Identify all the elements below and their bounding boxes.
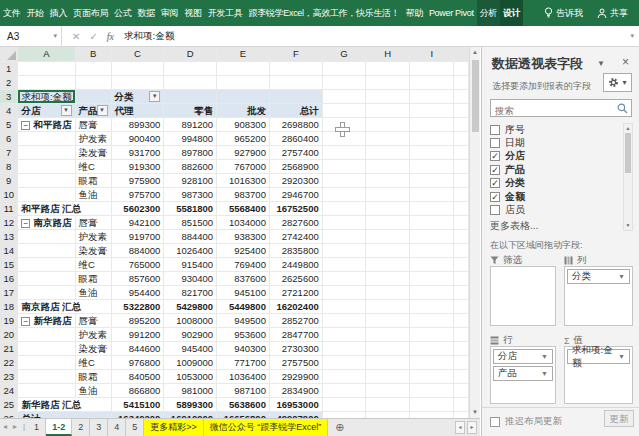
columns-area-box[interactable]: 分类▼	[564, 266, 633, 326]
filter-dropdown-icon[interactable]: ▼	[61, 105, 72, 116]
grid-cell[interactable]	[18, 75, 75, 89]
grid-cell[interactable]	[454, 397, 469, 411]
rows-area-box[interactable]: 分店▼产品▼	[490, 346, 556, 404]
grid-cell[interactable]: 940300	[217, 341, 270, 355]
grid-cell[interactable]: 护发素	[75, 327, 111, 341]
grid-cell[interactable]: 鱼油	[75, 187, 111, 201]
row-header-6[interactable]: 6	[0, 131, 18, 145]
grid-cell[interactable]	[322, 159, 365, 173]
grid-cell[interactable]	[18, 131, 75, 145]
grid-cell[interactable]: 2827600	[269, 215, 322, 229]
grid-cell[interactable]	[322, 397, 365, 411]
grid-cell[interactable]: 和平路店 汇总	[18, 201, 111, 215]
grid-cell[interactable]	[366, 61, 410, 75]
grid-cell[interactable]	[366, 159, 410, 173]
grid-cell[interactable]	[366, 89, 410, 103]
grid-cell[interactable]: 16656800	[217, 411, 270, 418]
list-scrollbar-thumb[interactable]	[625, 133, 631, 173]
scrollbar-thumb[interactable]	[472, 60, 479, 132]
field-checkbox[interactable]	[490, 138, 500, 148]
chip-dropdown-icon[interactable]: ▼	[618, 353, 625, 360]
grid-cell[interactable]: 1053000	[164, 369, 217, 383]
grid-cell[interactable]	[322, 131, 365, 145]
cancel-icon[interactable]: ✕	[72, 31, 80, 42]
grid-cell[interactable]	[322, 285, 365, 299]
grid-cell[interactable]: 857600	[111, 271, 164, 285]
grid-cell[interactable]	[75, 75, 111, 89]
grid-cell[interactable]: 鱼油	[75, 383, 111, 397]
grid-cell[interactable]: 唇膏	[75, 313, 111, 327]
grid-cell[interactable]	[322, 145, 365, 159]
grid-cell[interactable]	[366, 215, 410, 229]
column-header-G[interactable]: G	[322, 47, 365, 61]
grid-cell[interactable]	[410, 187, 454, 201]
field-item[interactable]: ✓产品	[490, 163, 622, 176]
grid-cell[interactable]: 5638600	[217, 397, 270, 411]
tools-button[interactable]: ▾	[603, 73, 632, 92]
grid-cell[interactable]: 2757400	[269, 145, 322, 159]
collapse-icon[interactable]: −	[21, 121, 30, 130]
grid-cell[interactable]	[366, 187, 410, 201]
grid-cell[interactable]	[410, 103, 454, 117]
grid-cell[interactable]	[454, 103, 469, 117]
grid-cell[interactable]	[454, 229, 469, 243]
grid-cell[interactable]: 2847700	[269, 327, 322, 341]
grid-cell[interactable]	[366, 327, 410, 341]
formula-input[interactable]: 求和项:金额	[124, 30, 630, 43]
grid-cell[interactable]: 925400	[217, 243, 270, 257]
row-header-10[interactable]: 10	[0, 187, 18, 201]
grid-cell[interactable]: 975700	[111, 187, 164, 201]
grid-cell[interactable]	[366, 117, 410, 131]
grid-cell[interactable]: 919700	[111, 229, 164, 243]
name-box-dropdown-icon[interactable]: ▾	[53, 32, 61, 40]
grid-cell[interactable]: 927900	[217, 145, 270, 159]
grid-cell[interactable]	[410, 369, 454, 383]
grid-cell[interactable]	[322, 61, 365, 75]
grid-cell[interactable]	[454, 271, 469, 285]
grid-cell[interactable]: 5568400	[217, 201, 270, 215]
grid-cell[interactable]	[164, 61, 217, 75]
ribbon-tab[interactable]: 数据	[134, 0, 157, 26]
field-item[interactable]: ✓金额	[490, 190, 622, 203]
grid-cell[interactable]: 991200	[111, 327, 164, 341]
collapse-icon[interactable]: −	[21, 219, 30, 228]
row-header-16[interactable]: 16	[0, 271, 18, 285]
ribbon-tab[interactable]: 视图	[181, 0, 204, 26]
grid-cell[interactable]: 代理	[111, 103, 164, 117]
column-header-H[interactable]: H	[366, 47, 410, 61]
grid-cell[interactable]	[18, 145, 75, 159]
ribbon-tab[interactable]: 开发工具	[205, 0, 246, 26]
column-header-B[interactable]: B	[75, 47, 111, 61]
row-header-23[interactable]: 23	[0, 369, 18, 383]
grid-cell[interactable]	[454, 117, 469, 131]
grid-cell[interactable]	[410, 355, 454, 369]
grid-cell[interactable]: 2834900	[269, 383, 322, 397]
field-checkbox[interactable]	[490, 205, 500, 215]
grid-cell[interactable]: −和平路店	[18, 117, 75, 131]
grid-cell[interactable]	[217, 75, 270, 89]
grid-cell[interactable]	[454, 145, 469, 159]
grid-cell[interactable]	[322, 257, 365, 271]
sheet-tab[interactable]: 微信公众号 “跟李锐学Excel”	[204, 419, 329, 436]
row-header-20[interactable]: 20	[0, 327, 18, 341]
grid-cell[interactable]	[111, 75, 164, 89]
row-header-22[interactable]: 22	[0, 355, 18, 369]
sheet-tab[interactable]: 1	[28, 419, 46, 436]
grid-cell[interactable]: 987300	[164, 187, 217, 201]
grid-cell[interactable]: 884000	[111, 243, 164, 257]
grid-cell[interactable]: 983700	[217, 187, 270, 201]
ribbon-tab[interactable]: 设计	[500, 0, 523, 26]
grid-cell[interactable]: 2625600	[269, 271, 322, 285]
field-item[interactable]: ✓分店	[490, 150, 622, 163]
grid-cell[interactable]: −南京路店	[18, 215, 75, 229]
grid-cell[interactable]	[75, 61, 111, 75]
grid-cell[interactable]	[322, 355, 365, 369]
grid-cell[interactable]: 总计	[269, 103, 322, 117]
grid-cell[interactable]	[322, 173, 365, 187]
update-button[interactable]: 更新	[604, 410, 634, 427]
grid-cell[interactable]: 981000	[164, 383, 217, 397]
sheet-tab[interactable]: 1-2	[46, 419, 72, 436]
new-sheet-button[interactable]: ⊕	[328, 419, 351, 436]
grid-cell[interactable]	[366, 341, 410, 355]
grid-cell[interactable]: 1036400	[217, 369, 270, 383]
